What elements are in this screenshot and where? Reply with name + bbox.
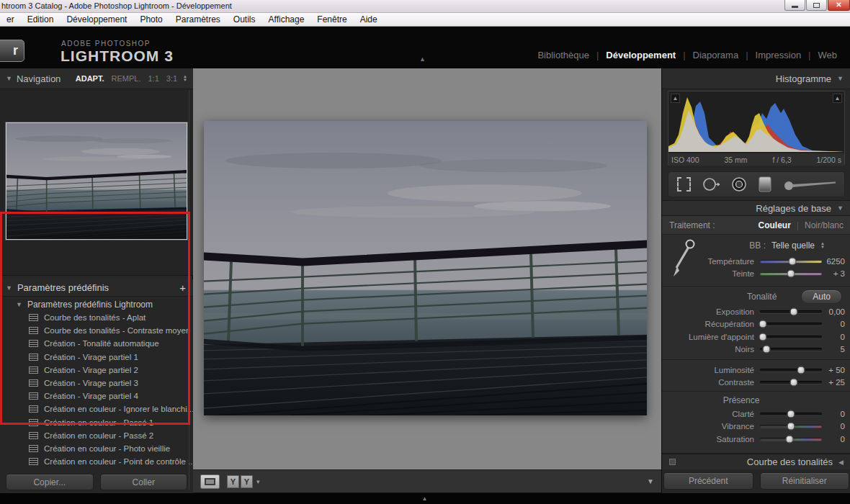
- presets-header[interactable]: ▼ Paramètres prédéfinis +: [0, 279, 193, 297]
- preset-item[interactable]: Courbe des tonalités - Contraste moyen .…: [0, 324, 193, 337]
- preset-item[interactable]: Création - Virage partiel 3: [0, 377, 193, 390]
- slider-track[interactable]: [760, 310, 822, 313]
- module-web[interactable]: Web: [811, 50, 845, 60]
- before-after-right-button[interactable]: Y: [241, 475, 253, 488]
- minimize-button[interactable]: [784, 0, 805, 11]
- paste-button[interactable]: Coller: [100, 474, 188, 490]
- wb-preset-value[interactable]: Telle quelle: [771, 240, 815, 251]
- slider-thumb[interactable]: [788, 257, 796, 265]
- adjustment-brush-tool-icon[interactable]: [783, 176, 836, 192]
- module-impression[interactable]: Impression: [748, 50, 809, 60]
- slider-value[interactable]: 0: [822, 435, 845, 444]
- wb-dropdown-icon[interactable]: ▲▼: [820, 242, 825, 249]
- slider-thumb[interactable]: [797, 366, 805, 374]
- slider-value[interactable]: + 25: [822, 378, 845, 387]
- menu-photo[interactable]: Photo: [133, 13, 169, 26]
- zoom-mode-1-1[interactable]: 1:1: [146, 74, 160, 83]
- slider-track[interactable]: [760, 438, 822, 441]
- before-after-left-button[interactable]: Y: [227, 475, 239, 488]
- slider-value[interactable]: + 50: [822, 366, 845, 374]
- slider-track[interactable]: [760, 425, 822, 428]
- menu-aide[interactable]: Aide: [354, 13, 384, 26]
- tone-curve-toggle-icon[interactable]: [669, 459, 676, 465]
- slider-value[interactable]: 0: [822, 422, 845, 431]
- preset-item[interactable]: Création en couleur - Passé 2: [0, 429, 193, 442]
- shadow-clipping-indicator-icon[interactable]: ▲: [671, 94, 680, 103]
- menu-outils[interactable]: Outils: [227, 13, 262, 26]
- slider-track[interactable]: [760, 272, 822, 275]
- preset-item[interactable]: Création - Virage partiel 2: [0, 364, 193, 377]
- title-bar[interactable]: htroom 3 Catalog - Adobe Photoshop Light…: [0, 0, 850, 13]
- add-preset-button[interactable]: +: [179, 283, 186, 293]
- slider-track[interactable]: [760, 323, 822, 325]
- before-after-dropdown-icon[interactable]: ▾: [256, 478, 260, 485]
- slider-thumb[interactable]: [759, 333, 767, 341]
- basic-panel-header[interactable]: Réglages de base ▼: [662, 200, 850, 216]
- module-developpement[interactable]: Développement: [599, 50, 683, 60]
- menu-fenetre[interactable]: Fenêtre: [310, 13, 353, 26]
- slider-track[interactable]: [760, 348, 822, 351]
- slider-track[interactable]: [760, 413, 822, 415]
- histogram-collapse-icon[interactable]: ▼: [837, 75, 844, 82]
- slider-thumb[interactable]: [786, 435, 794, 443]
- crop-tool-icon[interactable]: [677, 177, 691, 192]
- preset-item[interactable]: Création - Tonalité automatique: [0, 337, 193, 350]
- preset-item[interactable]: Courbe des tonalités - Aplat: [0, 311, 193, 324]
- graduated-filter-tool-icon[interactable]: [758, 176, 771, 193]
- slider-value[interactable]: 6250: [822, 257, 845, 266]
- white-balance-row[interactable]: BB : Telle quelle ▲▼: [662, 238, 850, 253]
- slider-value[interactable]: 5: [822, 345, 845, 354]
- top-panel-collapse-icon[interactable]: ▲: [419, 55, 426, 63]
- presets-collapse-icon[interactable]: ▼: [6, 284, 12, 292]
- zoom-mode-rempl[interactable]: REMPL.: [109, 74, 142, 83]
- slider-thumb[interactable]: [787, 410, 795, 418]
- slider-value[interactable]: 0: [822, 320, 845, 328]
- loupe-view-button[interactable]: [200, 474, 220, 489]
- menu-edition[interactable]: Edition: [21, 13, 61, 26]
- zoom-mode-sort-icon[interactable]: ▲▼: [183, 75, 187, 82]
- module-bibliotheque[interactable]: Bibliothèque: [530, 50, 596, 60]
- main-photo[interactable]: [204, 121, 647, 415]
- treatment-color-option[interactable]: Couleur: [759, 220, 791, 230]
- restore-button[interactable]: [806, 0, 827, 11]
- navigator-thumbnail[interactable]: [6, 122, 187, 240]
- menu-developpement[interactable]: Développement: [60, 13, 133, 26]
- slider-thumb[interactable]: [759, 320, 767, 328]
- histogram-chart[interactable]: [668, 91, 844, 152]
- slider-value[interactable]: 0: [822, 410, 845, 418]
- slider-thumb[interactable]: [790, 307, 798, 315]
- copy-button[interactable]: Copier...: [6, 474, 94, 490]
- preset-item[interactable]: Création en couleur - Photo vieillie: [0, 442, 193, 455]
- preset-item[interactable]: Création - Virage partiel 1: [0, 351, 193, 364]
- navigation-collapse-icon[interactable]: ▼: [6, 75, 12, 82]
- preset-group[interactable]: ▼ Paramètres prédéfinis Lightroom: [0, 297, 193, 311]
- preset-group-collapse-icon[interactable]: ▼: [16, 301, 22, 308]
- preset-item[interactable]: Création en couleur - Ignorer le blanchi…: [0, 402, 193, 415]
- slider-track[interactable]: [760, 381, 822, 384]
- menu-parametres[interactable]: Paramètres: [169, 13, 227, 26]
- preset-item[interactable]: Création - Virage partiel 4: [0, 390, 193, 402]
- red-eye-tool-icon[interactable]: [731, 176, 746, 192]
- tone-curve-header[interactable]: Courbe des tonalités ◀: [662, 454, 850, 469]
- bottom-panel-collapse-icon[interactable]: ▲: [422, 495, 429, 502]
- menu-affichage[interactable]: Affichage: [262, 13, 311, 26]
- slider-thumb[interactable]: [762, 346, 770, 354]
- slider-value[interactable]: + 3: [822, 269, 845, 278]
- auto-tone-button[interactable]: Auto: [801, 289, 842, 304]
- spot-removal-tool-icon[interactable]: [702, 176, 720, 192]
- slider-track[interactable]: [760, 369, 822, 372]
- treatment-bw-option[interactable]: Noir/blanc: [805, 220, 844, 230]
- slider-value[interactable]: 0: [822, 333, 845, 341]
- zoom-mode-3-1[interactable]: 3:1: [165, 74, 179, 83]
- slider-value[interactable]: 0,00: [822, 307, 845, 316]
- previous-button[interactable]: Précédent: [663, 472, 753, 490]
- zoom-mode-adapt[interactable]: ADAPT.: [74, 74, 106, 83]
- slider-thumb[interactable]: [787, 270, 795, 278]
- histogram-header[interactable]: Histogramme ▼: [662, 68, 850, 89]
- module-diaporama[interactable]: Diaporama: [686, 50, 746, 60]
- toolbar-options-dropdown-icon[interactable]: ▼: [647, 477, 654, 485]
- close-button[interactable]: ✕: [828, 0, 850, 11]
- left-panel-scrollbar[interactable]: [189, 90, 189, 490]
- slider-track[interactable]: [760, 260, 822, 263]
- tone-curve-collapse-icon[interactable]: ◀: [838, 459, 844, 466]
